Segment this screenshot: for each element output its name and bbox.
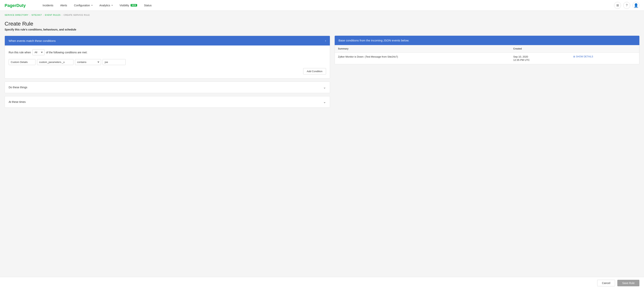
events-table: Summary Created Zylker Monitor is Down- … <box>335 45 639 64</box>
all-any-select-wrapper: All Any <box>32 49 44 55</box>
svg-text:PagerDuty: PagerDuty <box>4 3 26 8</box>
conditions-run-row: Run this rule when All Any of the follow… <box>9 49 326 55</box>
nav-item-alerts[interactable]: Alerts <box>57 0 70 11</box>
visibility-badge: NEW <box>130 4 137 7</box>
main-content: Create Rule Specify this rule's conditio… <box>0 18 644 123</box>
apps-icon-button[interactable]: ⊞ <box>614 2 621 9</box>
breadcrumb-sep-1: › <box>30 14 30 16</box>
summary-column-header: Summary <box>335 45 510 53</box>
at-times-card: At these times ⌄ <box>4 96 330 108</box>
at-times-chevron-icon: ⌄ <box>323 100 326 104</box>
brand-logo[interactable]: PagerDuty <box>4 2 32 9</box>
add-condition-button[interactable]: Add Condition <box>303 68 326 75</box>
right-column: Base conditions from the incoming JSON e… <box>335 36 640 64</box>
breadcrumb: SERVICE DIRECTORY › SITE24X7 › EVENT RUL… <box>0 11 644 18</box>
show-details-link[interactable]: ⊞ SHOW DETAILS <box>573 55 636 58</box>
condition-fields-row: Custom Details Summary Severity Source c… <box>9 59 326 65</box>
help-question-icon: ? <box>626 4 628 7</box>
breadcrumb-current: CREATE SERVICE RULE <box>64 14 90 16</box>
navbar-right: ⊞ ? 👤 <box>614 2 640 9</box>
right-panel: Base conditions from the incoming JSON e… <box>335 36 640 64</box>
right-panel-header-label: Base conditions from the incoming JSON e… <box>338 39 409 42</box>
analytics-dropdown-arrow: ▾ <box>112 4 112 6</box>
field-type-select[interactable]: Custom Details Summary Severity Source <box>9 59 36 65</box>
right-panel-body: Summary Created Zylker Monitor is Down- … <box>335 45 640 64</box>
created-column-header: Created <box>510 45 570 53</box>
nav-menu: Incidents Alerts Configuration ▾ Analyti… <box>39 0 614 11</box>
nav-item-incidents[interactable]: Incidents <box>39 0 57 11</box>
field-type-select-wrapper: Custom Details Summary Severity Source <box>9 59 36 65</box>
table-header-row: Summary Created <box>335 45 639 53</box>
show-details-icon: ⊞ <box>573 55 575 58</box>
help-icon-button[interactable]: ? <box>623 2 630 9</box>
page-subtitle: Specify this rule's conditions, behaviou… <box>4 28 640 31</box>
breadcrumb-service-directory[interactable]: SERVICE DIRECTORY <box>4 14 28 16</box>
conditions-chevron-right-icon: › <box>325 39 326 42</box>
two-column-layout: When events match these conditions › Run… <box>4 36 640 108</box>
do-things-chevron-icon: ⌄ <box>323 85 326 89</box>
all-any-select[interactable]: All Any <box>32 49 44 55</box>
user-avatar-icon: 👤 <box>634 3 638 8</box>
nav-item-visibility[interactable]: Visibility NEW <box>116 0 140 11</box>
operator-select-wrapper: contains does not contain equals does no… <box>75 59 101 65</box>
right-panel-header: Base conditions from the incoming JSON e… <box>335 36 640 45</box>
user-avatar-button[interactable]: 👤 <box>632 2 640 9</box>
breadcrumb-event-rules[interactable]: EVENT RULES <box>45 14 60 16</box>
apps-grid-icon: ⊞ <box>616 4 619 7</box>
breadcrumb-site24x7[interactable]: SITE24X7 <box>32 14 42 16</box>
conditions-card-header: When events match these conditions › <box>5 36 330 46</box>
do-things-card: Do these things ⌄ <box>4 82 330 93</box>
field-key-input[interactable] <box>37 59 74 65</box>
show-details-label: SHOW DETAILS <box>576 55 593 58</box>
navbar: PagerDuty Incidents Alerts Configuration… <box>0 0 644 11</box>
do-things-label: Do these things <box>9 86 27 89</box>
page-title: Create Rule <box>4 21 640 27</box>
nav-item-analytics[interactable]: Analytics ▾ <box>96 0 116 11</box>
summary-cell: Zylker Monitor is Down- (Test Message fr… <box>335 53 510 64</box>
conditions-card-body: Run this rule when All Any of the follow… <box>5 46 330 78</box>
at-times-header[interactable]: At these times ⌄ <box>5 96 330 107</box>
breadcrumb-sep-3: › <box>62 14 62 16</box>
show-details-cell: ⊞ SHOW DETAILS <box>570 53 639 64</box>
at-times-label: At these times <box>9 100 26 103</box>
conditions-card: When events match these conditions › Run… <box>4 36 330 79</box>
created-cell: Sep 10, 2020 12:35 PM UTC <box>510 53 570 64</box>
do-things-header[interactable]: Do these things ⌄ <box>5 82 330 93</box>
following-conditions-label: of the following conditions are met: <box>46 51 88 54</box>
table-row: Zylker Monitor is Down- (Test Message fr… <box>335 53 639 64</box>
actions-column-header <box>570 45 639 53</box>
operator-select[interactable]: contains does not contain equals does no… <box>75 59 101 65</box>
created-date: Sep 10, 2020 <box>513 55 567 58</box>
created-time: 12:35 PM UTC <box>513 59 567 61</box>
condition-value-input[interactable] <box>102 59 126 65</box>
nav-item-configuration[interactable]: Configuration ▾ <box>70 0 96 11</box>
conditions-header-label: When events match these conditions <box>9 39 56 42</box>
left-column: When events match these conditions › Run… <box>4 36 330 108</box>
run-rule-label: Run this rule when <box>9 51 31 54</box>
breadcrumb-sep-2: › <box>43 14 44 16</box>
nav-item-status[interactable]: Status <box>140 0 155 11</box>
configuration-dropdown-arrow: ▾ <box>92 4 92 6</box>
